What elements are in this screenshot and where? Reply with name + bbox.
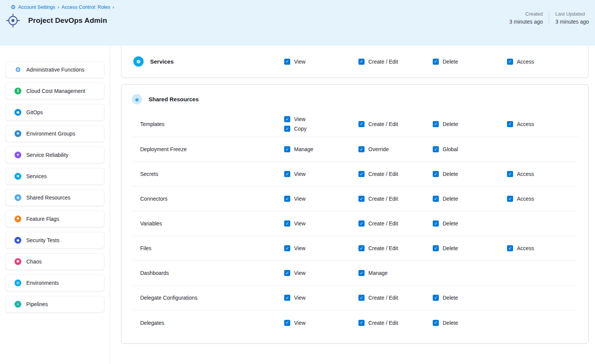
permission-checkbox-create-edit[interactable]: ✓Create / Edit: [358, 59, 398, 65]
permission-label: View: [294, 295, 305, 301]
permission-checkbox-delete[interactable]: ✓Delete: [433, 121, 458, 127]
permission-column: ✓Create / Edit: [358, 295, 433, 301]
permission-column: ✓Access: [507, 121, 578, 127]
sidebar-item-label: Administrative Functions: [26, 67, 85, 73]
services-icon: ☸: [14, 173, 21, 180]
permission-checkbox-access[interactable]: ✓Access: [507, 171, 534, 177]
permission-checkbox-access[interactable]: ✓Access: [507, 196, 534, 202]
permission-column: ✓Create / Edit: [358, 220, 433, 227]
permission-checkbox-create-edit[interactable]: ✓Create / Edit: [358, 171, 398, 177]
permission-checkbox-delete[interactable]: ✓Delete: [433, 220, 458, 227]
breadcrumb-link-account-settings[interactable]: Account Settings: [18, 4, 55, 10]
permission-checkbox-view[interactable]: ✓View: [284, 116, 305, 122]
permission-label: Delete: [443, 196, 458, 202]
title-row: Project DevOps Admin: [6, 13, 589, 28]
permission-checkbox-delete[interactable]: ✓Delete: [433, 320, 458, 326]
checked-checkbox-icon: ✓: [507, 245, 513, 251]
sidebar-item-label: Cloud Cost Management: [26, 88, 85, 94]
permission-checkbox-copy[interactable]: ✓Copy: [284, 126, 307, 132]
permission-checkbox-access[interactable]: ✓Access: [507, 245, 534, 251]
permission-row-files: Files✓View✓Create / Edit✓Delete✓Access: [132, 236, 578, 261]
permission-checkbox-global[interactable]: ✓Global: [433, 146, 458, 152]
security-tests-shield-icon: ◆: [14, 237, 21, 244]
permission-checkbox-manage[interactable]: ✓Manage: [284, 146, 313, 152]
shared-resources-icon: ◈: [14, 194, 21, 201]
permission-checkbox-view[interactable]: ✓View: [284, 220, 305, 227]
permission-label: Access: [517, 59, 534, 65]
sidebar-item-shared-resources[interactable]: ◈Shared Resources: [5, 189, 104, 206]
breadcrumb-link-access-control-roles[interactable]: Access Control: Roles: [61, 4, 110, 10]
shared-resources-section: ◈ Shared Resources Templates✓View✓Copy✓C…: [121, 84, 589, 344]
sidebar-item-service-reliability[interactable]: ✦Service Reliability: [5, 147, 104, 163]
sidebar-item-chaos[interactable]: ✱Chaos: [5, 253, 104, 270]
permission-checkbox-delete[interactable]: ✓Delete: [433, 245, 458, 251]
permission-checkbox-create-edit[interactable]: ✓Create / Edit: [358, 121, 398, 127]
permission-row-delegates: Delegates✓View✓Create / Edit✓Delete: [132, 310, 578, 335]
checked-checkbox-icon: ✓: [284, 116, 290, 122]
sidebar-item-pipelines[interactable]: »Pipelines: [5, 296, 104, 313]
checked-checkbox-icon: ✓: [358, 320, 365, 326]
permission-column: ✓View: [284, 320, 358, 326]
permission-column: ✓Delete: [433, 196, 507, 202]
sidebar-item-cloud-cost-management[interactable]: $Cloud Cost Management: [5, 83, 104, 99]
permission-checkbox-access[interactable]: ✓Access: [507, 59, 534, 65]
permission-row-secrets: Secrets✓View✓Create / Edit✓Delete✓Access: [132, 162, 578, 187]
permission-column: ✓View: [284, 196, 358, 202]
permission-column: ✓Delete: [433, 245, 507, 251]
permission-checkbox-view[interactable]: ✓View: [284, 295, 305, 301]
services-section: ☸ Services ✓View✓Create / Edit✓Delete✓Ac…: [121, 46, 589, 78]
permission-checkbox-create-edit[interactable]: ✓Create / Edit: [358, 196, 398, 202]
permission-checkbox-delete[interactable]: ✓Delete: [433, 295, 458, 301]
permissions-table: Templates✓View✓Copy✓Create / Edit✓Delete…: [132, 111, 578, 335]
permission-label: View: [294, 245, 305, 251]
permission-column: ✓Delete: [433, 171, 507, 177]
checked-checkbox-icon: ✓: [358, 295, 365, 301]
sidebar-item-environments[interactable]: ◎Environments: [5, 275, 104, 291]
permission-checkbox-access[interactable]: ✓Access: [507, 121, 534, 127]
permission-label: Delete: [443, 59, 458, 65]
permission-column: ✓Access: [507, 59, 578, 65]
resource-label: Delegate Configurations: [132, 295, 284, 301]
settings-gear-icon: ⚙: [11, 4, 16, 10]
permission-checkbox-view[interactable]: ✓View: [284, 196, 305, 202]
sidebar-item-environment-groups[interactable]: ❖Environment Groups: [5, 125, 104, 142]
permission-checkbox-view[interactable]: ✓View: [284, 270, 305, 276]
sidebar-item-label: Environment Groups: [26, 131, 75, 137]
chevron-right-icon: ›: [112, 5, 114, 10]
permission-checkbox-delete[interactable]: ✓Delete: [433, 59, 458, 65]
resource-label: Variables: [132, 220, 284, 227]
permission-checkbox-create-edit[interactable]: ✓Create / Edit: [358, 295, 398, 301]
permission-label: View: [294, 196, 305, 202]
services-section-title: Services: [150, 58, 174, 65]
permission-column: ✓Delete: [433, 220, 507, 227]
permission-checkbox-view[interactable]: ✓View: [284, 171, 305, 177]
cloud-cost-icon: $: [14, 88, 21, 94]
permission-column: ✓Access: [507, 245, 578, 251]
permission-checkbox-view[interactable]: ✓View: [284, 59, 305, 65]
sidebar-item-services[interactable]: ☸Services: [5, 168, 104, 185]
checked-checkbox-icon: ✓: [433, 59, 439, 65]
permission-label: Create / Edit: [368, 121, 398, 127]
page-body: ⚙Administrative Functions$Cloud Cost Man…: [0, 46, 595, 364]
permission-checkbox-view[interactable]: ✓View: [284, 245, 305, 251]
permission-column: ✓View: [284, 220, 358, 227]
permission-column: ✓Global: [433, 146, 507, 152]
permission-checkbox-delete[interactable]: ✓Delete: [433, 171, 458, 177]
permission-checkbox-create-edit[interactable]: ✓Create / Edit: [358, 320, 398, 326]
sidebar-item-feature-flags[interactable]: ⚑Feature Flags: [5, 211, 104, 227]
checked-checkbox-icon: ✓: [284, 196, 290, 202]
permission-checkbox-manage[interactable]: ✓Manage: [358, 270, 388, 276]
permission-checkbox-create-edit[interactable]: ✓Create / Edit: [358, 245, 398, 251]
permission-label: Create / Edit: [368, 196, 398, 202]
checked-checkbox-icon: ✓: [284, 171, 290, 177]
sidebar-item-security-tests[interactable]: ◆Security Tests: [5, 232, 104, 249]
permission-checkbox-override[interactable]: ✓Override: [358, 146, 389, 152]
permission-checkbox-view[interactable]: ✓View: [284, 320, 305, 326]
permission-checkbox-delete[interactable]: ✓Delete: [433, 196, 458, 202]
permission-checkbox-create-edit[interactable]: ✓Create / Edit: [358, 220, 398, 227]
resource-label: Files: [132, 245, 284, 251]
permission-label: Manage: [368, 270, 388, 276]
services-icon: ☸: [133, 56, 144, 67]
sidebar-item-administrative-functions[interactable]: ⚙Administrative Functions: [5, 61, 104, 78]
sidebar-item-gitops[interactable]: ◉GitOps: [5, 104, 104, 121]
